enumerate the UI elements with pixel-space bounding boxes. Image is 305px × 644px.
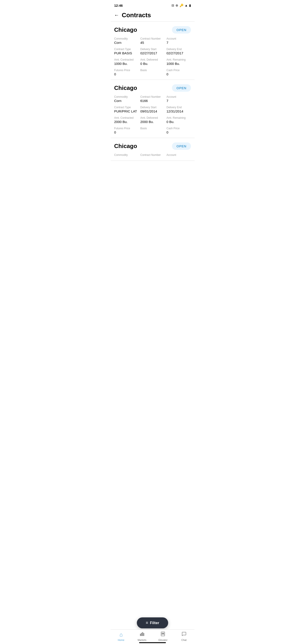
cash-price-label-1: Cash Price [166,69,191,72]
status-badge-2: OPEN [172,84,191,92]
card-header-1: Chicago OPEN [114,26,191,34]
amt-remaining-value-1: 1000 Bu. [166,62,191,66]
contract-type-field-1: Contract Type PUR BASIS [114,48,139,55]
contract-type-label-2: Contract Type [114,106,139,109]
cash-price-label-2: Cash Price [166,127,191,130]
contract-number-value-1: 45 [140,41,165,44]
futures-price-field-1: Futures Price 0 [114,69,139,76]
amt-contracted-field-2: Amt. Contracted 2000 Bu. [114,116,139,124]
amt-remaining-field-1: Amt. Remaining 1000 Bu. [166,58,191,66]
location-name-2: Chicago [114,84,137,92]
amt-contracted-field-1: Amt. Contracted 1000 Bu. [114,58,139,66]
account-value-1: 7 [166,41,191,44]
futures-price-label-1: Futures Price [114,69,139,72]
amt-contracted-label-2: Amt. Contracted [114,116,139,120]
header: ← Contracts [111,10,194,22]
avast-icon: ⊛ [176,4,178,7]
delivery-start-label-1: Delivery Start [140,48,165,51]
contract-number-field-3: Contract Number [140,154,165,157]
amt-delivered-value-2: 2000 Bu. [140,120,165,124]
contract-number-field-1: Contract Number 45 [140,37,165,44]
delivery-end-label-1: Delivery End [166,48,191,51]
contract-number-field-2: Contract Number 6166 [140,95,165,103]
amt-delivered-label-2: Amt. Delivered [140,116,165,120]
key-icon: 🔑 [180,4,183,7]
status-badge-1: OPEN [172,26,191,34]
futures-price-value-1: 0 [114,72,139,76]
location-name-3: Chicago [114,143,137,150]
contract-type-value-1: PUR BASIS [114,51,139,55]
contract-number-label-3: Contract Number [140,154,165,156]
commodity-field-2: Commodity Corn [114,95,139,103]
delivery-start-field-1: Delivery Start 02/27/2017 [140,48,165,55]
battery-icon: ▮ [189,4,191,7]
contract-number-label-1: Contract Number [140,37,165,40]
amt-contracted-value-1: 1000 Bu. [114,62,139,66]
account-label-2: Account [166,95,191,98]
contract-type-label-1: Contract Type [114,48,139,51]
amt-remaining-label-2: Amt. Remaining [166,116,191,120]
account-value-2: 7 [166,99,191,103]
delivery-end-label-2: Delivery End [166,106,191,109]
contract-type-value-2: PUR/PRIC LAT [114,109,139,113]
cash-price-field-1: Cash Price 0 [166,69,191,76]
commodity-label-3: Commodity [114,154,139,156]
commodity-label-2: Commodity [114,95,139,98]
cash-price-field-2: Cash Price 0 [166,127,191,134]
amt-remaining-label-1: Amt. Remaining [166,58,191,61]
amt-delivered-label-1: Amt. Delivered [140,58,165,61]
amt-remaining-field-2: Amt. Remaining 0 Bu. [166,116,191,124]
contract-type-field-2: Contract Type PUR/PRIC LAT [114,106,139,113]
commodity-value-2: Corn [114,99,139,103]
status-badge-3: OPEN [172,142,191,150]
futures-price-field-2: Futures Price 0 [114,127,139,134]
page-title: Contracts [122,12,151,19]
contract-card-3: Chicago OPEN Commodity Contract Number A… [111,138,194,161]
amt-delivered-value-1: 0 Bu. [140,62,165,66]
delivery-end-value-2: 12/31/2014 [166,109,191,113]
cash-price-value-1: 0 [166,72,191,76]
fields-grid-2: Commodity Corn Contract Number 6166 Acco… [114,95,191,134]
amt-contracted-value-2: 2000 Bu. [114,120,139,124]
card-header-2: Chicago OPEN [114,84,191,92]
contract-card-2: Chicago OPEN Commodity Corn Contract Num… [111,80,194,138]
location-name-1: Chicago [114,26,137,33]
amt-contracted-label-1: Amt. Contracted [114,58,139,61]
contract-number-label-2: Contract Number [140,95,165,98]
basis-field-1: Basis [140,69,165,76]
account-field-2: Account 7 [166,95,191,103]
basis-label-1: Basis [140,69,165,72]
contract-card-1: Chicago OPEN Commodity Corn Contract Num… [111,22,194,80]
amt-delivered-field-1: Amt. Delivered 0 Bu. [140,58,165,66]
status-time: 12:46 [114,4,123,8]
card-header-3: Chicago OPEN [114,142,191,150]
basis-label-2: Basis [140,127,165,130]
account-field-3: Account [166,154,191,157]
commodity-field-1: Commodity Corn [114,37,139,44]
delivery-end-field-2: Delivery End 12/31/2014 [166,106,191,113]
delivery-start-field-2: Delivery Start 09/01/2014 [140,106,165,113]
delivery-start-label-2: Delivery Start [140,106,165,109]
commodity-value-1: Corn [114,41,139,44]
account-label-1: Account [166,37,191,40]
futures-price-label-2: Futures Price [114,127,139,130]
contracts-list: Chicago OPEN Commodity Corn Contract Num… [111,22,194,179]
commodity-label-1: Commodity [114,37,139,40]
notification-icon: ⊟ [172,4,174,7]
delivery-end-value-1: 02/27/2017 [166,51,191,55]
delivery-start-value-2: 09/01/2014 [140,109,165,113]
amt-delivered-field-2: Amt. Delivered 2000 Bu. [140,116,165,124]
basis-field-2: Basis [140,127,165,134]
delivery-end-field-1: Delivery End 02/27/2017 [166,48,191,55]
status-bar: 12:46 ⊟ ⊛ 🔑 ▲ ▮ [111,0,194,10]
back-button[interactable]: ← [114,12,119,18]
futures-price-value-2: 0 [114,130,139,134]
fields-grid-1: Commodity Corn Contract Number 45 Accoun… [114,37,191,76]
wifi-icon: ▲ [185,4,188,7]
delivery-start-value-1: 02/27/2017 [140,51,165,55]
cash-price-value-2: 0 [166,130,191,134]
commodity-field-3: Commodity [114,154,139,157]
contract-number-value-2: 6166 [140,99,165,103]
fields-grid-3: Commodity Contract Number Account [114,154,191,157]
amt-remaining-value-2: 0 Bu. [166,120,191,124]
